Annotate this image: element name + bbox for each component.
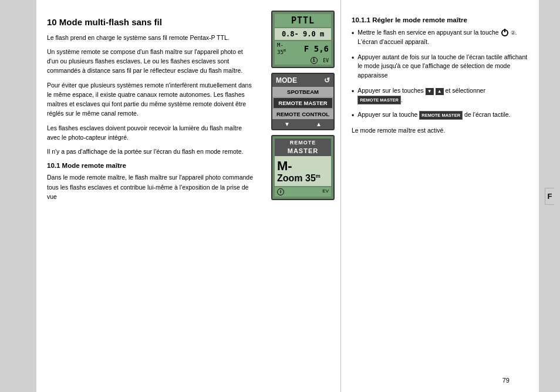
lcd-mzoom-area: M- Zoom 35m bbox=[275, 156, 331, 186]
arrow-up-btn[interactable]: ▲ bbox=[316, 121, 322, 127]
right-column: 10.1.1 Régler le mode remote maître • Me… bbox=[341, 0, 539, 392]
mode-arrows: ▼ ▲ bbox=[272, 119, 333, 129]
lcd-range-value: 0.8- 9.0 m bbox=[275, 28, 331, 40]
right-margin: F bbox=[539, 0, 560, 392]
lcd-remote-master-text: MASTER bbox=[275, 147, 331, 156]
mode-remote-control-item[interactable]: REMOTE CONTROL bbox=[272, 109, 333, 119]
undo-icon: ↺ bbox=[324, 76, 330, 85]
bullet-3-text: Appuyer sur les touches ▼ ▲ et sélection… bbox=[357, 86, 529, 105]
bullet-2: • Appuyer autant de fois sur la touche d… bbox=[352, 53, 529, 80]
lcd-remote-header: REMOTE bbox=[275, 138, 331, 147]
subsection-10-1-1-title: 10.1.1 Régler le mode remote maître bbox=[352, 16, 529, 23]
lcd-zoom-label: M-35m bbox=[277, 42, 286, 55]
bullet-1-text: Mettre le flash en service en appuyant s… bbox=[357, 28, 517, 47]
bottom-lcd-display: REMOTE MASTER M- Zoom 35m i EV bbox=[271, 135, 335, 200]
intro-para-1: Le flash prend en charge le système sans… bbox=[47, 33, 255, 42]
lcd-mzoom-prefix: M- bbox=[277, 160, 329, 173]
f-tab: F bbox=[545, 188, 555, 205]
mode-remote-master-item[interactable]: REMOTE MASTER bbox=[272, 97, 333, 109]
intro-para-5: Il n'y a pas d'affichage de la portée su… bbox=[47, 147, 255, 156]
lcd-mzoom-zoom: Zoom 35m bbox=[277, 173, 329, 184]
mode-spotbeam-item[interactable]: SPOTBEAM bbox=[272, 87, 333, 97]
subsection-10-1-title: 10.1 Mode remote maître bbox=[47, 162, 255, 169]
bullet-3: • Appuyer sur les touches ▼ ▲ et sélecti… bbox=[352, 86, 529, 105]
intro-para-2: Un système remote se compose d'un flash … bbox=[47, 47, 255, 76]
lcd-ev-row: i EV bbox=[275, 56, 331, 65]
bullet-4: • Appuyer sur la touche REMOTE MASTER de… bbox=[352, 110, 529, 121]
text-column: 10 Mode multi-flash sans fil Le flash pr… bbox=[36, 0, 265, 392]
confirm-text: Le mode remote maître est activé. bbox=[352, 127, 529, 134]
bullet-dot-1: • bbox=[352, 28, 354, 47]
mode-label: MODE bbox=[276, 76, 297, 85]
ev-label-2: EV bbox=[322, 188, 329, 195]
left-margin bbox=[0, 0, 36, 392]
intro-para-4: Les flashes esclaves doivent pouvoir rec… bbox=[47, 123, 255, 143]
bullet-2-text: Appuyer autant de fois sur la touche de … bbox=[357, 53, 529, 80]
remote-master-badge-1: REMOTE MASTER bbox=[357, 96, 401, 104]
power-icon bbox=[501, 29, 508, 36]
remote-master-badge-2: REMOTE MASTER bbox=[419, 111, 463, 120]
bullet-dot-4: • bbox=[352, 110, 354, 121]
nav-up-arrow: ▲ bbox=[436, 88, 444, 95]
mode-selector-panel: MODE ↺ SPOTBEAM REMOTE MASTER REMOTE CON… bbox=[271, 73, 335, 130]
device-column: PTTL 0.8- 9.0 m M-35m F 5,6 i EV MODE ↺ … bbox=[265, 0, 340, 392]
ev-label: EV bbox=[323, 58, 329, 63]
arrow-down-btn[interactable]: ▼ bbox=[284, 121, 290, 127]
bullet-4-text: Appuyer sur la touche REMOTE MASTER de l… bbox=[357, 110, 510, 121]
intro-para-3: Pour éviter que plusieurs systèmes remot… bbox=[47, 80, 255, 119]
lcd-aperture-value: F 5,6 bbox=[304, 44, 329, 53]
bullet-1: • Mettre le flash en service en appuyant… bbox=[352, 28, 529, 47]
info-icon-2: i bbox=[277, 188, 284, 195]
lcd-pttl-label: PTTL bbox=[275, 14, 331, 27]
top-lcd-display: PTTL 0.8- 9.0 m M-35m F 5,6 i EV bbox=[271, 11, 335, 68]
bullet-dot-3: • bbox=[352, 86, 354, 105]
page-number: 79 bbox=[502, 377, 510, 384]
lcd-bottom-row2: i EV bbox=[275, 187, 331, 197]
subsection-10-1-text: Dans le mode remote maître, le flash maî… bbox=[47, 173, 255, 201]
mode-header: MODE ↺ bbox=[272, 74, 333, 87]
nav-down-arrow: ▼ bbox=[426, 88, 434, 95]
main-content: 10 Mode multi-flash sans fil Le flash pr… bbox=[36, 0, 539, 392]
lcd-bottom-row: M-35m F 5,6 bbox=[275, 41, 331, 56]
bullet-dot-2: • bbox=[352, 53, 354, 80]
section-title: 10 Mode multi-flash sans fil bbox=[47, 16, 255, 28]
info-icon: i bbox=[311, 57, 318, 64]
